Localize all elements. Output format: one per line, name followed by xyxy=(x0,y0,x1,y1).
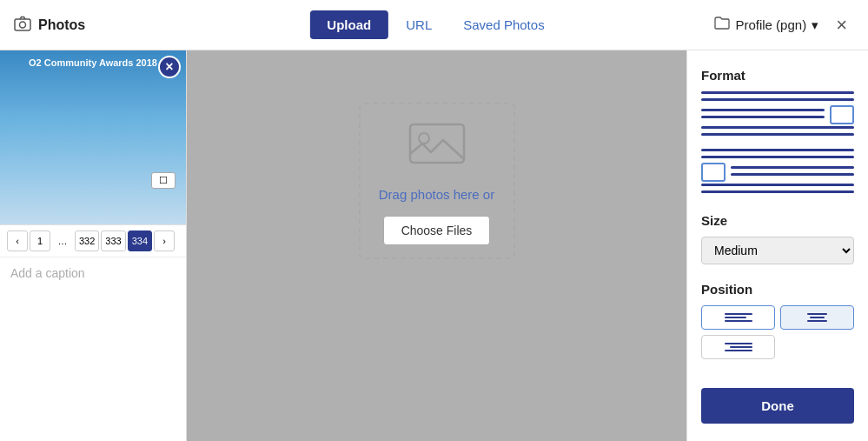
photos-label: Photos xyxy=(38,17,85,33)
caption-placeholder: Add a caption xyxy=(10,266,85,280)
top-bar: Photos Upload URL Saved Photos Profile (… xyxy=(0,0,868,50)
format-option-2[interactable] xyxy=(701,149,854,196)
tab-upload[interactable]: Upload xyxy=(309,10,388,39)
next-page-button[interactable]: › xyxy=(154,231,175,251)
pos-left-lines xyxy=(725,313,752,322)
photos-title: Photos xyxy=(14,16,85,35)
position-grid xyxy=(701,305,854,359)
chevron-down-icon: ▾ xyxy=(812,17,818,33)
size-title: Size xyxy=(701,213,854,228)
drop-zone[interactable]: Drag photos here or Choose Files xyxy=(359,103,515,259)
page-333-button[interactable]: 333 xyxy=(101,231,125,251)
remove-image-button[interactable]: × xyxy=(158,56,181,78)
svg-rect-2 xyxy=(410,124,464,163)
prev-page-button[interactable]: ‹ xyxy=(7,231,28,251)
svg-point-1 xyxy=(20,22,26,28)
pagination: ‹ 1 … 332 333 334 › xyxy=(0,224,186,257)
position-left-button[interactable] xyxy=(701,305,775,330)
image-placeholder-icon xyxy=(407,117,467,173)
profile-folder-icon xyxy=(714,17,730,33)
profile-button[interactable]: Profile (pgn) ▾ xyxy=(714,17,818,33)
thumbnail-image: O2 Community Awards 2018 × ☐ xyxy=(0,50,186,224)
position-center-button[interactable] xyxy=(780,305,854,330)
caption-input[interactable]: Add a caption xyxy=(0,257,186,441)
close-button[interactable]: × xyxy=(829,10,854,40)
svg-rect-0 xyxy=(15,19,30,30)
page-1-button[interactable]: 1 xyxy=(30,231,50,251)
tab-saved-photos[interactable]: Saved Photos xyxy=(449,10,558,39)
left-panel: O2 Community Awards 2018 × ☐ ‹ 1 … 332 3… xyxy=(0,50,686,441)
size-section: Size Small Medium Large xyxy=(701,213,854,264)
prev-arrow-icon: ‹ xyxy=(16,236,19,246)
main-content: O2 Community Awards 2018 × ☐ ‹ 1 … 332 3… xyxy=(0,50,868,441)
size-select[interactable]: Small Medium Large xyxy=(701,237,854,264)
position-section: Position xyxy=(701,282,854,359)
choose-files-button[interactable]: Choose Files xyxy=(383,216,491,245)
drag-text: Drag photos here or xyxy=(379,187,494,202)
done-container: Done xyxy=(701,377,854,424)
thumb-bg: O2 Community Awards 2018 xyxy=(0,50,186,224)
page-334-button[interactable]: 334 xyxy=(128,231,152,251)
position-right-button[interactable] xyxy=(701,335,775,359)
thumb-text: O2 Community Awards 2018 xyxy=(29,57,157,68)
thumb-inner-button[interactable]: ☐ xyxy=(151,172,176,189)
pos-right-lines xyxy=(725,343,752,351)
ellipsis: … xyxy=(52,231,73,251)
tab-group: Upload URL Saved Photos xyxy=(309,10,558,39)
drop-zone-area: Drag photos here or Choose Files xyxy=(187,50,686,441)
format-section: Format xyxy=(701,68,854,196)
camera-icon xyxy=(14,16,31,35)
svg-point-3 xyxy=(419,133,429,144)
format-option-1[interactable] xyxy=(701,91,854,138)
profile-label: Profile (pgn) xyxy=(735,17,806,32)
right-panel: Format xyxy=(686,50,868,441)
position-title: Position xyxy=(701,282,854,297)
next-arrow-icon: › xyxy=(162,236,166,246)
page-332-button[interactable]: 332 xyxy=(75,231,99,251)
format-title: Format xyxy=(701,68,854,83)
pos-center-lines xyxy=(804,313,832,322)
tab-url[interactable]: URL xyxy=(392,10,446,39)
thumbnail-sidebar: O2 Community Awards 2018 × ☐ ‹ 1 … 332 3… xyxy=(0,50,187,441)
done-button[interactable]: Done xyxy=(701,388,854,424)
